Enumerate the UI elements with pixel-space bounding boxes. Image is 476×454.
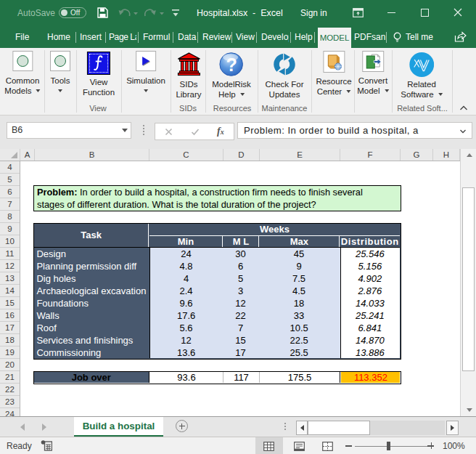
svg-text:?: ?: [226, 54, 237, 75]
